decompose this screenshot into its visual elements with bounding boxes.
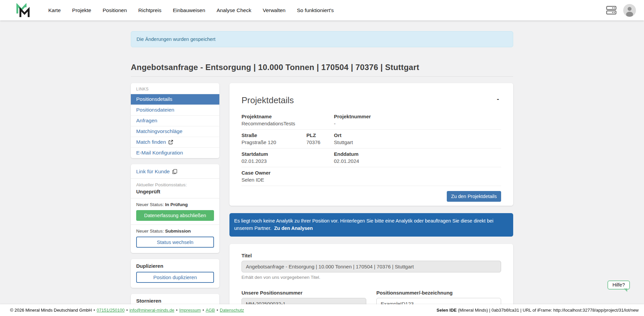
- project-row-name-number: Projektname RecommendationsTests Projekt…: [241, 111, 501, 130]
- logo-mm-icon: [15, 3, 31, 17]
- footer-session-details: (Mineral Minds) | 0ab37b6fca31 | URL of …: [457, 308, 639, 313]
- sidebar-item-label: E-Mail Konfiguration: [136, 150, 183, 156]
- current-status-label: Aktueller Positionsstatus:: [136, 182, 214, 187]
- project-row-dates: Startdatum 02.01.2023 Enddatum 02.01.202…: [241, 148, 501, 167]
- page-content: Die Änderungen wurden gespeichert Angebo…: [131, 31, 513, 316]
- sidebar-item-positionsdetails[interactable]: Positionsdetails: [131, 94, 219, 105]
- footer-datenschutz-link[interactable]: Datenschutz: [220, 308, 244, 313]
- card-stack-icon[interactable]: [606, 6, 616, 15]
- nav-item-so-funktionierts[interactable]: So funktioniert's: [297, 7, 334, 13]
- project-row-address: Straße Pragstraße 120 PLZ 70376 Ort Stut…: [241, 130, 501, 148]
- project-details-title: Projektdetails: [241, 95, 501, 106]
- sidebar-item-matchingvorschlaege[interactable]: Matchingvorschläge: [131, 126, 219, 137]
- projektnummer-label: Projektnummer: [334, 114, 501, 119]
- footer-user: Selen IDE: [437, 308, 457, 313]
- main-column: Projektdetails - Projektname Recommendat…: [229, 83, 513, 316]
- strasse-label: Straße: [241, 132, 307, 138]
- top-navbar: Karte Projekte Positionen Richtpreis Ein…: [0, 0, 644, 20]
- footer-separator: •: [203, 308, 204, 313]
- nav-item-projekte[interactable]: Projekte: [72, 7, 91, 13]
- new-status-line-1: Neuer Status: In Prüfung: [136, 202, 214, 207]
- mineral-minds-logo[interactable]: [15, 3, 31, 17]
- footer-separator: •: [126, 308, 128, 313]
- case-owner-label: Case Owner: [241, 170, 501, 176]
- projektname-value: RecommendationsTests: [241, 121, 334, 126]
- project-card-actions: Zu den Projektdetails: [241, 186, 501, 202]
- page-title: Angebotsanfrage - Entsorgung | 10.000 To…: [131, 63, 513, 77]
- footer-phone-link[interactable]: 07151/250100: [97, 308, 124, 313]
- enddatum-value: 02.01.2024: [334, 158, 501, 164]
- save-success-alert: Die Änderungen wurden gespeichert: [131, 31, 513, 47]
- sidebar-item-label: Match finden: [136, 139, 166, 145]
- ort-label: Ort: [334, 132, 501, 138]
- divider: [131, 225, 219, 225]
- main-nav: Karte Projekte Positionen Richtpreis Ein…: [48, 7, 334, 13]
- external-link-icon: [168, 140, 173, 144]
- nav-item-verwalten[interactable]: Verwalten: [263, 7, 285, 13]
- nav-item-richtpreis[interactable]: Richtpreis: [138, 7, 161, 13]
- divider: [131, 178, 219, 179]
- plz-value: 70376: [307, 139, 334, 145]
- projektnummer-value: -: [334, 121, 501, 126]
- go-to-analyses-link[interactable]: Zu den Analysen: [274, 226, 313, 231]
- position-number-label: Positionsnummer/-bezeichnung: [376, 290, 501, 296]
- sidebar-item-match-finden[interactable]: Match finden: [131, 137, 219, 147]
- user-avatar-icon[interactable]: [623, 4, 636, 17]
- project-details-card: Projektdetails - Projektname Recommendat…: [229, 83, 513, 206]
- ort-value: Stuttgart: [334, 139, 501, 145]
- footer-separator: •: [176, 308, 178, 313]
- strasse-value: Pragstraße 120: [241, 139, 307, 145]
- titel-label: Titel: [241, 253, 501, 258]
- sidebar-item-label: Positionsdetails: [136, 96, 172, 102]
- footer-email-link[interactable]: info@mineral-minds.de: [129, 308, 174, 313]
- sidebar-item-label: Matchingvorschläge: [136, 128, 182, 134]
- footer-left: © 2026 Mineral Minds Deutschland GmbH • …: [10, 308, 244, 313]
- titel-help: Erhält den von uns vorgegebenen Titel.: [241, 275, 501, 280]
- help-button[interactable]: Hilfe?: [607, 280, 630, 290]
- project-row-owner: Case Owner Selen IDE: [241, 167, 501, 186]
- customer-link[interactable]: Link für Kunde: [136, 169, 177, 175]
- duplicate-position-button[interactable]: Position duplizieren: [136, 272, 214, 283]
- sidebar-item-label: Anfragen: [136, 118, 157, 124]
- switch-status-button[interactable]: Status wechseln: [136, 237, 214, 248]
- nav-item-positionen[interactable]: Positionen: [103, 7, 127, 13]
- footer-separator: •: [94, 308, 95, 313]
- analytics-banner-text: Es liegt noch keine Analytik zu Ihrer Po…: [234, 218, 493, 231]
- new-status-prefix: Neuer Status:: [136, 229, 165, 234]
- new-status-value: In Prüfung: [165, 202, 188, 207]
- new-status-prefix: Neuer Status:: [136, 202, 165, 207]
- sidebar: LINKS Positionsdetails Positionsdateien …: [131, 83, 219, 316]
- copy-icon: [172, 169, 177, 174]
- sidebar-item-label: Positionsdateien: [136, 107, 174, 113]
- titel-input: [241, 261, 501, 272]
- nav-item-analyse-check[interactable]: Analyse Check: [217, 7, 251, 13]
- navbar-right: [606, 4, 636, 17]
- sidebar-item-email-konfiguration[interactable]: E-Mail Konfiguration: [131, 147, 219, 158]
- footer-impressum-link[interactable]: Impressum: [179, 308, 201, 313]
- sidebar-item-positionsdateien[interactable]: Positionsdateien: [131, 105, 219, 115]
- case-owner-value: Selen IDE: [241, 177, 501, 183]
- footer-separator: •: [217, 308, 218, 313]
- complete-data-entry-button[interactable]: Datenerfassung abschließen: [136, 210, 214, 221]
- startdatum-label: Startdatum: [241, 151, 334, 157]
- nav-item-einbauweisen[interactable]: Einbauweisen: [173, 7, 205, 13]
- nav-item-karte[interactable]: Karte: [48, 7, 61, 13]
- footer-session-info: Selen IDE (Mineral Minds) | 0ab37b6fca31…: [437, 308, 639, 313]
- footer: © 2026 Mineral Minds Deutschland GmbH • …: [0, 304, 644, 316]
- status-panel: Link für Kunde Aktueller Positionsstatus…: [131, 164, 219, 253]
- duplicate-panel-title: Duplizieren: [136, 263, 214, 269]
- plz-label: PLZ: [307, 132, 334, 138]
- enddatum-label: Enddatum: [334, 151, 501, 157]
- footer-agb-link[interactable]: AGB: [206, 308, 215, 313]
- our-position-number-label: Unsere Positionsnummer: [241, 290, 366, 296]
- analytics-info-banner: Es liegt noch keine Analytik zu Ihrer Po…: [229, 213, 513, 237]
- cancel-panel-title: Stornieren: [136, 298, 214, 304]
- go-to-project-details-button[interactable]: Zu den Projektdetails: [447, 191, 501, 202]
- sidebar-item-anfragen[interactable]: Anfragen: [131, 115, 219, 126]
- alert-text: Die Änderungen wurden gespeichert: [137, 37, 215, 42]
- collapse-card-button[interactable]: -: [495, 95, 501, 103]
- projektname-label: Projektname: [241, 114, 334, 119]
- links-panel: LINKS Positionsdetails Positionsdateien …: [131, 83, 219, 158]
- current-status-value: Ungeprüft: [136, 189, 214, 194]
- customer-link-label: Link für Kunde: [136, 169, 170, 175]
